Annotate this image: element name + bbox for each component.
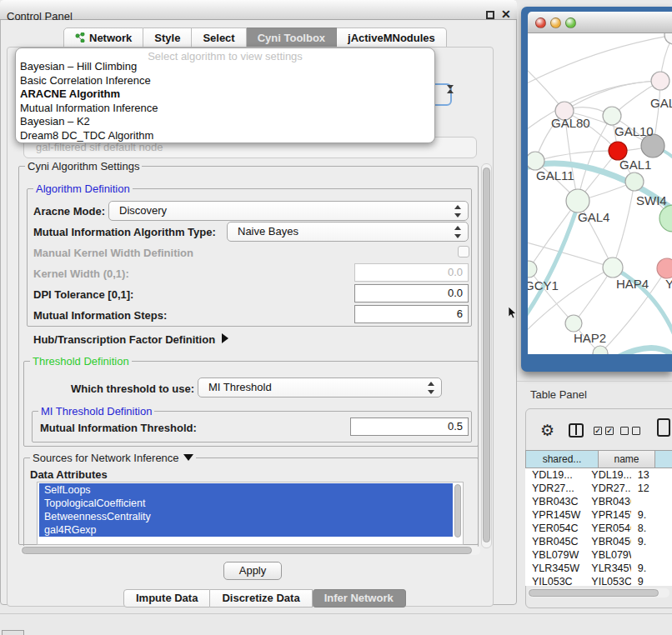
table-cell: 9. (631, 508, 672, 522)
table-row[interactable]: YIL053CYIL053C9 (525, 575, 672, 586)
network-canvas[interactable]: GAL7GAL80GAL10GAL1GAL11SWI4GAL4GCY1HAP4Y… (528, 33, 672, 354)
table-row[interactable]: YBL079WYBL079W (525, 548, 672, 562)
attributes-scrollbar[interactable] (454, 484, 461, 538)
manual-kernel-checkbox[interactable] (458, 246, 469, 258)
table-cell: YDL19... (584, 468, 631, 482)
node-label: GAL10 (614, 124, 654, 138)
attribute-item[interactable]: BetweennessCentrality (39, 510, 453, 523)
node-label: GAL80 (551, 116, 590, 130)
close-icon[interactable]: ✕ (501, 8, 511, 21)
table-panel-divider (517, 381, 672, 382)
zoom-traffic-light[interactable] (565, 18, 576, 28)
hub-definition-toggle[interactable]: Hub/Transcription Factor Definition (33, 333, 228, 346)
tab-jactivemnodules[interactable]: jActiveMNodules (337, 28, 447, 48)
table-cell: YER054C (584, 522, 631, 535)
hap2-node[interactable] (565, 315, 582, 332)
mi-type-combo[interactable]: Naive Bayes (227, 222, 469, 242)
tab-cyni-toolbox[interactable]: Cyni Toolbox (247, 28, 337, 48)
aracne-mode-combo[interactable]: Discovery (108, 201, 469, 221)
swi4-node[interactable] (659, 205, 672, 232)
table-row[interactable]: YER054CYER054C8. (525, 522, 672, 535)
column-header-shared[interactable]: shared... (525, 450, 599, 468)
table-cell: YBR045C (584, 535, 631, 548)
select-all-checkbox2-icon[interactable]: ✓ (605, 427, 614, 435)
hap4-node[interactable] (603, 258, 623, 278)
control-panel-title: Control Panel (7, 10, 73, 22)
top-partial-node[interactable] (664, 33, 672, 44)
minimize-traffic-light[interactable] (550, 18, 561, 28)
network-edge[interactable] (529, 201, 578, 269)
tab-impute-data[interactable]: Impute Data (123, 589, 210, 608)
tab-discretize-data[interactable]: Discretize Data (210, 589, 312, 608)
table-cell: 8. (631, 522, 672, 535)
apply-button[interactable]: Apply (223, 562, 282, 580)
tab-style[interactable]: Style (143, 28, 192, 48)
float-window-icon[interactable] (486, 11, 494, 19)
attribute-item[interactable]: SelfLoops (39, 483, 453, 497)
algorithm-option[interactable]: Mutual Information Inference (16, 102, 434, 116)
mi-threshold-definition-legend: MI Threshold Definition (38, 405, 154, 418)
column-header-a[interactable]: A (655, 450, 672, 468)
tab-infer-network[interactable]: Infer Network (313, 589, 406, 608)
settings-vertical-scrollbar[interactable] (481, 163, 492, 548)
table-horizontal-scrollbar[interactable] (528, 588, 669, 598)
kernel-width-field[interactable]: 0.0 (354, 263, 469, 282)
attribute-item[interactable]: gal4RGexp (39, 523, 453, 537)
control-panel-titlebar[interactable] (0, 0, 517, 20)
columns-icon[interactable] (569, 423, 584, 438)
table-header: shared...nameA (525, 450, 672, 468)
table-row[interactable]: YBR045CYBR045C9. (525, 535, 672, 548)
deselect-checkbox2-icon[interactable] (632, 427, 640, 435)
document-icon[interactable] (657, 418, 670, 437)
pink-node[interactable] (657, 258, 672, 278)
algorithm-dropdown-popup: Select algorithm to view settings Bayesi… (15, 48, 435, 143)
stepper-arrows-icon (454, 205, 462, 218)
table-row[interactable]: YLR345WYLR345W9. (525, 562, 672, 575)
kernel-width-label: Kernel Width (0,1): (33, 268, 129, 280)
algorithm-option[interactable]: Basic Correlation Inference (16, 74, 434, 88)
network-edge-highlighted[interactable] (528, 200, 579, 320)
deselect-checkbox-icon[interactable] (620, 427, 629, 435)
tab-network[interactable]: Network (63, 28, 143, 48)
algorithm-combo-fragment[interactable] (434, 83, 452, 106)
table-panel-title: Table Panel (530, 388, 587, 401)
node-label: GCY1 (528, 278, 559, 292)
tab-select[interactable]: Select (192, 28, 246, 48)
settings-horizontal-scrollbar[interactable] (20, 546, 480, 555)
table-row[interactable]: YPR145WYPR145W9. (525, 508, 672, 522)
select-all-checkbox-icon[interactable]: ✓ (594, 427, 602, 435)
algorithm-option[interactable]: ARACNE Algorithm (16, 88, 434, 102)
algorithm-option[interactable]: Dream8 DC_TDC Algorithm (16, 129, 434, 143)
network-edge-highlighted[interactable] (611, 348, 672, 354)
gal11-node[interactable] (528, 152, 544, 170)
table-row[interactable]: YDL19...YDL19...13 (525, 468, 672, 482)
bottom-node[interactable] (593, 346, 608, 354)
close-traffic-light[interactable] (535, 18, 546, 28)
dpi-tolerance-field[interactable]: 0.0 (354, 284, 469, 302)
green-mid-node[interactable] (625, 172, 644, 191)
table-row[interactable]: YDR27...YDR27...12 (525, 482, 672, 495)
node-label: GAL4 (578, 210, 609, 224)
attribute-item[interactable]: TopologicalCoefficient (39, 497, 453, 510)
table-row[interactable]: YBR043CYBR043C (525, 495, 672, 508)
network-edge[interactable] (535, 151, 618, 161)
network-edge[interactable] (528, 35, 672, 85)
mi-threshold-field[interactable]: 0.5 (350, 418, 469, 436)
gal4-node[interactable] (566, 189, 589, 212)
which-threshold-combo[interactable]: MI Threshold (198, 378, 442, 398)
table-cell: YBR043C (525, 495, 584, 508)
network-edge[interactable] (613, 182, 634, 268)
data-attributes-list[interactable]: SelfLoopsTopologicalCoefficientBetweenne… (37, 482, 464, 545)
table-cell: YPR145W (584, 508, 631, 522)
column-header-name[interactable]: name (599, 450, 655, 468)
network-window-titlebar[interactable] (528, 12, 672, 33)
gcy1-node[interactable] (528, 261, 537, 278)
gear-icon[interactable]: ⚙ (540, 421, 554, 440)
expanded-arrow-icon (183, 454, 193, 461)
mi-steps-field[interactable]: 6 (354, 305, 469, 323)
algorithm-option[interactable]: Bayesian – K2 (16, 115, 434, 129)
gal7-node[interactable] (651, 72, 669, 90)
sources-legend[interactable]: Sources for Network Inference (30, 452, 196, 464)
gal10-node[interactable] (603, 107, 621, 125)
network-edge[interactable] (528, 242, 613, 268)
